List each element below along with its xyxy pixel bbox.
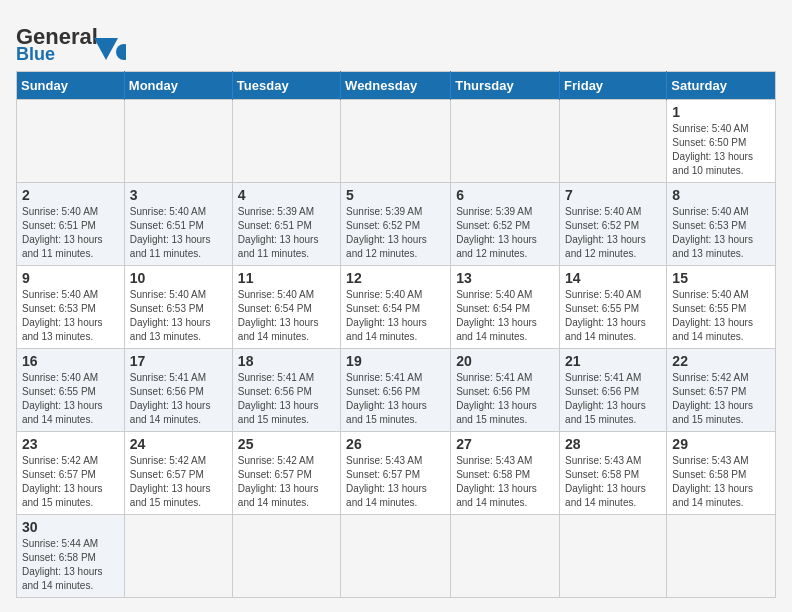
calendar-day-cell: 17Sunrise: 5:41 AM Sunset: 6:56 PM Dayli… bbox=[124, 349, 232, 432]
day-info: Sunrise: 5:40 AM Sunset: 6:55 PM Dayligh… bbox=[22, 371, 119, 427]
day-number: 4 bbox=[238, 187, 335, 203]
day-number: 19 bbox=[346, 353, 445, 369]
day-number: 6 bbox=[456, 187, 554, 203]
calendar-day-cell: 5Sunrise: 5:39 AM Sunset: 6:52 PM Daylig… bbox=[341, 183, 451, 266]
day-number: 17 bbox=[130, 353, 227, 369]
calendar-day-cell bbox=[451, 100, 560, 183]
calendar-table: SundayMondayTuesdayWednesdayThursdayFrid… bbox=[16, 71, 776, 598]
day-info: Sunrise: 5:43 AM Sunset: 6:58 PM Dayligh… bbox=[456, 454, 554, 510]
day-info: Sunrise: 5:42 AM Sunset: 6:57 PM Dayligh… bbox=[130, 454, 227, 510]
day-number: 21 bbox=[565, 353, 661, 369]
day-number: 15 bbox=[672, 270, 770, 286]
day-number: 26 bbox=[346, 436, 445, 452]
day-number: 25 bbox=[238, 436, 335, 452]
calendar-day-cell: 23Sunrise: 5:42 AM Sunset: 6:57 PM Dayli… bbox=[17, 432, 125, 515]
page-header: General Blue bbox=[16, 16, 776, 61]
day-number: 2 bbox=[22, 187, 119, 203]
day-number: 29 bbox=[672, 436, 770, 452]
day-info: Sunrise: 5:39 AM Sunset: 6:52 PM Dayligh… bbox=[456, 205, 554, 261]
day-number: 27 bbox=[456, 436, 554, 452]
calendar-day-cell: 9Sunrise: 5:40 AM Sunset: 6:53 PM Daylig… bbox=[17, 266, 125, 349]
calendar-week-row: 30Sunrise: 5:44 AM Sunset: 6:58 PM Dayli… bbox=[17, 515, 776, 598]
day-info: Sunrise: 5:40 AM Sunset: 6:51 PM Dayligh… bbox=[130, 205, 227, 261]
calendar-day-cell bbox=[341, 100, 451, 183]
calendar-day-cell: 19Sunrise: 5:41 AM Sunset: 6:56 PM Dayli… bbox=[341, 349, 451, 432]
calendar-day-cell: 25Sunrise: 5:42 AM Sunset: 6:57 PM Dayli… bbox=[232, 432, 340, 515]
day-info: Sunrise: 5:40 AM Sunset: 6:53 PM Dayligh… bbox=[672, 205, 770, 261]
day-of-week-header: Sunday bbox=[17, 72, 125, 100]
day-of-week-header: Tuesday bbox=[232, 72, 340, 100]
day-info: Sunrise: 5:43 AM Sunset: 6:57 PM Dayligh… bbox=[346, 454, 445, 510]
calendar-day-cell bbox=[124, 515, 232, 598]
calendar-day-cell: 13Sunrise: 5:40 AM Sunset: 6:54 PM Dayli… bbox=[451, 266, 560, 349]
day-of-week-header: Wednesday bbox=[341, 72, 451, 100]
logo: General Blue bbox=[16, 16, 126, 61]
calendar-day-cell: 4Sunrise: 5:39 AM Sunset: 6:51 PM Daylig… bbox=[232, 183, 340, 266]
day-info: Sunrise: 5:40 AM Sunset: 6:53 PM Dayligh… bbox=[22, 288, 119, 344]
day-info: Sunrise: 5:41 AM Sunset: 6:56 PM Dayligh… bbox=[130, 371, 227, 427]
day-info: Sunrise: 5:40 AM Sunset: 6:51 PM Dayligh… bbox=[22, 205, 119, 261]
calendar-week-row: 16Sunrise: 5:40 AM Sunset: 6:55 PM Dayli… bbox=[17, 349, 776, 432]
calendar-day-cell bbox=[232, 515, 340, 598]
svg-marker-2 bbox=[94, 38, 118, 60]
calendar-day-cell: 27Sunrise: 5:43 AM Sunset: 6:58 PM Dayli… bbox=[451, 432, 560, 515]
day-info: Sunrise: 5:42 AM Sunset: 6:57 PM Dayligh… bbox=[22, 454, 119, 510]
calendar-day-cell: 20Sunrise: 5:41 AM Sunset: 6:56 PM Dayli… bbox=[451, 349, 560, 432]
day-number: 22 bbox=[672, 353, 770, 369]
calendar-week-row: 2Sunrise: 5:40 AM Sunset: 6:51 PM Daylig… bbox=[17, 183, 776, 266]
day-number: 24 bbox=[130, 436, 227, 452]
day-info: Sunrise: 5:39 AM Sunset: 6:52 PM Dayligh… bbox=[346, 205, 445, 261]
calendar-day-cell: 1Sunrise: 5:40 AM Sunset: 6:50 PM Daylig… bbox=[667, 100, 776, 183]
calendar-day-cell bbox=[451, 515, 560, 598]
day-of-week-header: Friday bbox=[560, 72, 667, 100]
calendar-day-cell bbox=[341, 515, 451, 598]
calendar-header-row: SundayMondayTuesdayWednesdayThursdayFrid… bbox=[17, 72, 776, 100]
day-number: 30 bbox=[22, 519, 119, 535]
calendar-week-row: 23Sunrise: 5:42 AM Sunset: 6:57 PM Dayli… bbox=[17, 432, 776, 515]
day-info: Sunrise: 5:40 AM Sunset: 6:52 PM Dayligh… bbox=[565, 205, 661, 261]
day-info: Sunrise: 5:42 AM Sunset: 6:57 PM Dayligh… bbox=[238, 454, 335, 510]
calendar-week-row: 9Sunrise: 5:40 AM Sunset: 6:53 PM Daylig… bbox=[17, 266, 776, 349]
day-info: Sunrise: 5:40 AM Sunset: 6:54 PM Dayligh… bbox=[456, 288, 554, 344]
day-info: Sunrise: 5:40 AM Sunset: 6:50 PM Dayligh… bbox=[672, 122, 770, 178]
day-info: Sunrise: 5:39 AM Sunset: 6:51 PM Dayligh… bbox=[238, 205, 335, 261]
day-number: 20 bbox=[456, 353, 554, 369]
calendar-day-cell: 12Sunrise: 5:40 AM Sunset: 6:54 PM Dayli… bbox=[341, 266, 451, 349]
calendar-day-cell: 29Sunrise: 5:43 AM Sunset: 6:58 PM Dayli… bbox=[667, 432, 776, 515]
day-number: 7 bbox=[565, 187, 661, 203]
day-number: 3 bbox=[130, 187, 227, 203]
day-number: 13 bbox=[456, 270, 554, 286]
day-info: Sunrise: 5:40 AM Sunset: 6:54 PM Dayligh… bbox=[346, 288, 445, 344]
day-info: Sunrise: 5:40 AM Sunset: 6:55 PM Dayligh… bbox=[672, 288, 770, 344]
day-of-week-header: Thursday bbox=[451, 72, 560, 100]
day-number: 5 bbox=[346, 187, 445, 203]
day-info: Sunrise: 5:40 AM Sunset: 6:55 PM Dayligh… bbox=[565, 288, 661, 344]
day-number: 8 bbox=[672, 187, 770, 203]
calendar-day-cell: 7Sunrise: 5:40 AM Sunset: 6:52 PM Daylig… bbox=[560, 183, 667, 266]
svg-text:Blue: Blue bbox=[16, 44, 55, 61]
calendar-day-cell bbox=[232, 100, 340, 183]
day-number: 28 bbox=[565, 436, 661, 452]
day-number: 9 bbox=[22, 270, 119, 286]
day-number: 1 bbox=[672, 104, 770, 120]
day-number: 12 bbox=[346, 270, 445, 286]
calendar-day-cell: 22Sunrise: 5:42 AM Sunset: 6:57 PM Dayli… bbox=[667, 349, 776, 432]
calendar-day-cell bbox=[560, 100, 667, 183]
day-info: Sunrise: 5:44 AM Sunset: 6:58 PM Dayligh… bbox=[22, 537, 119, 593]
calendar-day-cell: 28Sunrise: 5:43 AM Sunset: 6:58 PM Dayli… bbox=[560, 432, 667, 515]
calendar-day-cell bbox=[124, 100, 232, 183]
svg-point-3 bbox=[116, 44, 126, 60]
day-of-week-header: Saturday bbox=[667, 72, 776, 100]
calendar-day-cell: 30Sunrise: 5:44 AM Sunset: 6:58 PM Dayli… bbox=[17, 515, 125, 598]
calendar-day-cell: 8Sunrise: 5:40 AM Sunset: 6:53 PM Daylig… bbox=[667, 183, 776, 266]
day-info: Sunrise: 5:41 AM Sunset: 6:56 PM Dayligh… bbox=[346, 371, 445, 427]
calendar-day-cell: 24Sunrise: 5:42 AM Sunset: 6:57 PM Dayli… bbox=[124, 432, 232, 515]
calendar-day-cell: 14Sunrise: 5:40 AM Sunset: 6:55 PM Dayli… bbox=[560, 266, 667, 349]
day-info: Sunrise: 5:40 AM Sunset: 6:53 PM Dayligh… bbox=[130, 288, 227, 344]
day-info: Sunrise: 5:40 AM Sunset: 6:54 PM Dayligh… bbox=[238, 288, 335, 344]
calendar-day-cell bbox=[17, 100, 125, 183]
calendar-day-cell bbox=[667, 515, 776, 598]
day-info: Sunrise: 5:41 AM Sunset: 6:56 PM Dayligh… bbox=[238, 371, 335, 427]
calendar-day-cell: 3Sunrise: 5:40 AM Sunset: 6:51 PM Daylig… bbox=[124, 183, 232, 266]
calendar-day-cell: 6Sunrise: 5:39 AM Sunset: 6:52 PM Daylig… bbox=[451, 183, 560, 266]
